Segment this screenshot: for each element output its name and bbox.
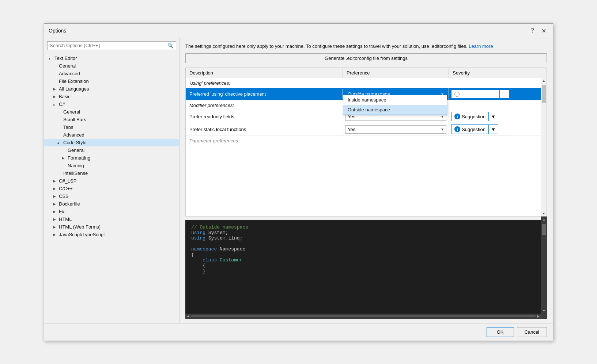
dropdown-option-outside[interactable]: Outside namespace xyxy=(343,105,447,115)
tree-item-csc-general[interactable]: General xyxy=(44,146,179,154)
right-panel: The settings configured here only apply … xyxy=(180,38,553,323)
generate-editorconfig-button[interactable]: Generate .editorconfig file from setting… xyxy=(185,53,547,63)
severity-chevron-icon: ▼ xyxy=(502,91,507,97)
scroll-down-arrow-icon[interactable]: ▼ xyxy=(541,211,546,216)
tree-item-fsharp[interactable]: ▶ F# xyxy=(44,208,179,215)
severity-selector[interactable]: Refactoring Only ▼ xyxy=(451,89,509,99)
pref-select-wrapper-static[interactable]: Yes No ▼ xyxy=(345,125,446,134)
tree-label: Advanced xyxy=(59,71,80,76)
tree-item-cs-general[interactable]: General xyxy=(44,108,179,116)
tree-item-scrollbars[interactable]: Scroll Bars xyxy=(44,116,179,123)
tree-item-csharp-lsp[interactable]: ▶ C#_LSP xyxy=(44,177,179,185)
preference-dropdown-static[interactable]: Yes No xyxy=(345,125,446,134)
code-line-7: class Customer xyxy=(191,257,535,263)
info-text: The settings configured here only apply … xyxy=(185,43,547,50)
severity-selector-static[interactable]: i Suggestion ▼ xyxy=(451,124,498,134)
tree-item-te-advanced[interactable]: Advanced xyxy=(44,70,179,77)
tree-label: Dockerfile xyxy=(59,201,80,207)
row-desc-using: Preferred 'using' directive placement xyxy=(186,89,343,99)
severity-label-static: Suggestion xyxy=(462,127,485,132)
tree-item-all-languages[interactable]: ▶ All Languages xyxy=(44,85,179,93)
code-scroll-up-icon[interactable]: ▲ xyxy=(543,217,546,222)
severity-chevron-readonly[interactable]: ▼ xyxy=(489,112,498,121)
code-scroll-thumb[interactable] xyxy=(542,224,546,235)
severity-label-readonly: Suggestion xyxy=(462,114,485,119)
code-line-6: { xyxy=(191,252,535,257)
severity-dropdown-arrow[interactable]: ▼ xyxy=(500,90,509,98)
bottom-bar: OK Cancel xyxy=(44,323,553,341)
tree-item-text-editor[interactable]: ▴ Text Editor xyxy=(44,54,179,62)
hscroll-right-icon[interactable]: ▶ xyxy=(536,314,541,318)
row-sev-readonly[interactable]: i Suggestion ▼ xyxy=(449,110,541,123)
tree-item-codestyle[interactable]: ▴ Code Style xyxy=(44,139,179,146)
scroll-up-arrow-icon[interactable]: ▲ xyxy=(541,78,546,83)
severity-chevron-static[interactable]: ▼ xyxy=(489,125,498,134)
tree-item-css[interactable]: ▶ CSS xyxy=(44,192,179,200)
options-dialog: Options ? ✕ 🔍 ▴ Text Editor General xyxy=(44,23,553,341)
severity-radio-readonly[interactable]: i Suggestion xyxy=(451,112,489,121)
suggestion-icon: i xyxy=(454,114,460,119)
severity-chevron-icon: ▼ xyxy=(491,114,496,119)
tree-label: C/C++ xyxy=(59,186,73,191)
code-line-2: using System; xyxy=(191,230,535,235)
dropdown-option-inside[interactable]: Inside namespace xyxy=(343,95,447,105)
tree-label: Tabs xyxy=(63,124,73,130)
table-scrollbar[interactable]: ▲ ▼ xyxy=(541,78,547,216)
tree-item-formatting[interactable]: ▶ Formatting xyxy=(44,154,179,162)
tree-arrow: ▴ xyxy=(49,56,53,60)
severity-selector-readonly[interactable]: i Suggestion ▼ xyxy=(451,112,498,121)
severity-radio-static[interactable]: i Suggestion xyxy=(451,125,489,134)
help-button[interactable]: ? xyxy=(529,27,536,35)
tree-label: C# xyxy=(59,101,65,107)
code-horizontal-scrollbar[interactable]: ◀ ▶ xyxy=(185,314,547,319)
radio-button-icon[interactable] xyxy=(454,92,460,97)
hscroll-track[interactable] xyxy=(191,315,536,317)
tree-item-csharp[interactable]: ▴ C# xyxy=(44,100,179,108)
title-bar-buttons: ? ✕ xyxy=(529,27,548,35)
tree-item-dockerfile[interactable]: ▶ Dockerfile xyxy=(44,200,179,208)
tree-item-cpp[interactable]: ▶ C/C++ xyxy=(44,185,179,192)
col-header-preference: Preference xyxy=(343,68,449,78)
tree-item-te-general[interactable]: General xyxy=(44,62,179,70)
scroll-thumb[interactable] xyxy=(542,85,546,103)
tree-item-basic[interactable]: ▶ Basic xyxy=(44,93,179,100)
tree-item-intellisense[interactable]: IntelliSense xyxy=(44,169,179,177)
search-box[interactable]: 🔍 xyxy=(47,41,176,50)
code-line-5: namespace Namespace xyxy=(191,246,535,252)
row-sev-using[interactable]: Refactoring Only ▼ xyxy=(449,88,541,100)
table-row-static-local[interactable]: Prefer static local functions Yes No ▼ xyxy=(186,123,541,136)
tree-label: General xyxy=(63,109,80,115)
tree-label: Code Style xyxy=(63,140,87,145)
row-pref-static[interactable]: Yes No ▼ xyxy=(343,124,449,135)
tree-item-cs-advanced[interactable]: Advanced xyxy=(44,131,179,139)
learn-more-link[interactable]: Learn more xyxy=(469,43,493,49)
search-icon: 🔍 xyxy=(167,43,174,49)
tree-label: File Extension xyxy=(59,78,89,84)
tree-label: HTML xyxy=(59,217,72,222)
tree-item-naming[interactable]: Naming xyxy=(44,162,179,169)
tree-item-html[interactable]: ▶ HTML xyxy=(44,215,179,223)
table-header: Description Preference Severity xyxy=(186,68,547,78)
preference-dropdown-overlay: Inside namespace Outside namespace xyxy=(343,95,447,115)
col-header-severity: Severity xyxy=(449,68,547,78)
tree-label: Naming xyxy=(68,163,84,168)
code-scroll-down-icon[interactable]: ▼ xyxy=(543,308,546,314)
tree-item-te-fileext[interactable]: File Extension xyxy=(44,77,179,85)
code-with-scroll: // Outside namespace using System; using… xyxy=(185,217,547,314)
left-panel: 🔍 ▴ Text Editor General Advanced xyxy=(44,38,180,323)
row-sev-static[interactable]: i Suggestion ▼ xyxy=(449,123,541,135)
tree-item-js-ts[interactable]: ▶ JavaScript/TypeScript xyxy=(44,231,179,238)
code-preview-container: // Outside namespace using System; using… xyxy=(185,217,547,319)
cancel-button[interactable]: Cancel xyxy=(517,327,547,337)
tree-item-tabs[interactable]: Tabs xyxy=(44,123,179,131)
close-button[interactable]: ✕ xyxy=(539,27,548,35)
tree-label: C#_LSP xyxy=(59,178,76,184)
ok-button[interactable]: OK xyxy=(487,327,514,337)
search-input[interactable] xyxy=(50,43,167,48)
table-body-container: 'using' preferences: Preferred 'using' d… xyxy=(186,78,547,216)
hscroll-left-icon[interactable]: ◀ xyxy=(185,314,191,318)
code-right-scrollbar[interactable]: ▲ ▼ xyxy=(541,217,547,314)
severity-radio-part[interactable]: Refactoring Only xyxy=(451,90,500,98)
col-header-description: Description xyxy=(186,68,343,78)
tree-item-html-webforms[interactable]: ▶ HTML (Web Forms) xyxy=(44,223,179,231)
